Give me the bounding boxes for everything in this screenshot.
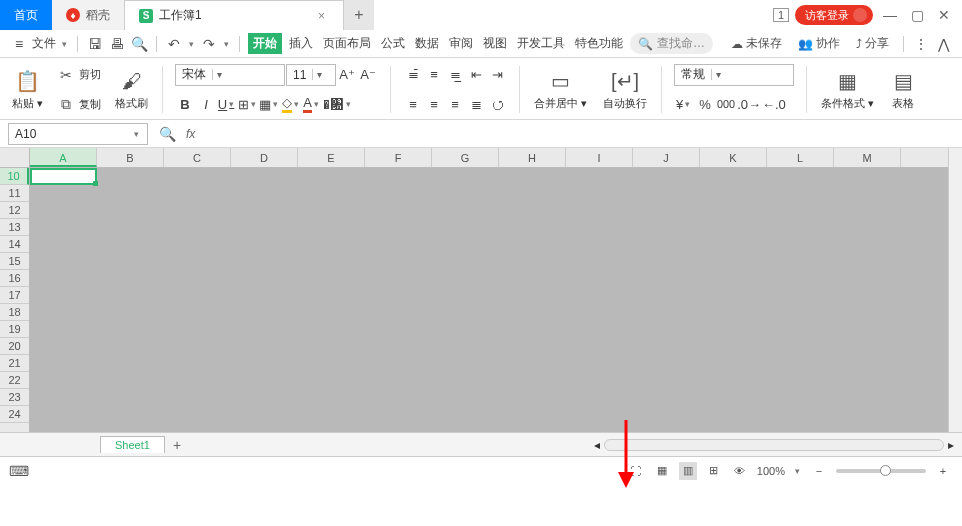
eye-icon[interactable]: 👁 (731, 462, 749, 480)
col-header[interactable]: F (365, 148, 432, 167)
borders-button[interactable]: ⊞▾ (238, 93, 258, 115)
dec-decimal-button[interactable]: ←.0 (762, 93, 786, 115)
menu-icon[interactable]: ≡ (10, 35, 28, 53)
col-header[interactable]: D (231, 148, 298, 167)
col-header[interactable]: K (700, 148, 767, 167)
currency-button[interactable]: ¥▾ (674, 93, 694, 115)
normal-view-icon[interactable]: ▦ (653, 462, 671, 480)
page-layout-icon[interactable]: ▥ (679, 462, 697, 480)
col-header[interactable]: L (767, 148, 834, 167)
new-tab-button[interactable]: + (344, 0, 374, 30)
save-icon[interactable]: 🖫 (86, 35, 104, 53)
merge-center-button[interactable]: ▭合并居中 ▾ (530, 60, 591, 119)
zoom-value[interactable]: 100% (757, 465, 785, 477)
align-middle-button[interactable]: ≡ (424, 64, 444, 86)
row-header[interactable]: 13 (0, 219, 29, 236)
fill-color-button[interactable]: ◇▾ (281, 93, 301, 115)
underline-button[interactable]: U▾ (217, 93, 237, 115)
cancel-fx-icon[interactable]: 🔍 (158, 125, 176, 143)
align-left-button[interactable]: ≡ (403, 93, 423, 115)
row-header[interactable]: 24 (0, 406, 29, 423)
row-header[interactable]: 22 (0, 372, 29, 389)
cut-button[interactable]: ✂剪切 (57, 65, 101, 85)
align-center-button[interactable]: ≡ (424, 93, 444, 115)
row-header[interactable]: 19 (0, 321, 29, 338)
zoom-in-button[interactable]: + (934, 462, 952, 480)
tab-start[interactable]: 开始 (248, 33, 282, 54)
tab-view[interactable]: 视图 (480, 33, 510, 54)
name-box[interactable]: A10▾ (8, 123, 148, 145)
row-header[interactable]: 10 (0, 168, 29, 185)
scroll-left-icon[interactable]: ◂ (594, 438, 600, 452)
col-header[interactable]: M (834, 148, 901, 167)
cond-format-button[interactable]: ▦条件格式 ▾ (817, 60, 878, 119)
format-painter-button[interactable]: 🖌格式刷 (111, 60, 152, 119)
row-header[interactable]: 17 (0, 287, 29, 304)
zoom-slider[interactable] (836, 469, 926, 473)
col-header[interactable]: G (432, 148, 499, 167)
more-icon[interactable]: ⋮ (912, 35, 930, 53)
close-tab-icon[interactable]: × (314, 9, 329, 23)
status-icon[interactable]: ⌨ (10, 462, 28, 480)
tab-formula[interactable]: 公式 (378, 33, 408, 54)
grow-font-button[interactable]: A⁺ (337, 64, 357, 86)
row-header[interactable]: 18 (0, 304, 29, 321)
bold-button[interactable]: B (175, 93, 195, 115)
inc-decimal-button[interactable]: .0→ (737, 93, 761, 115)
col-header[interactable]: J (633, 148, 700, 167)
col-header[interactable]: I (566, 148, 633, 167)
row-header[interactable]: 12 (0, 202, 29, 219)
tab-workbook[interactable]: S 工作簿1 × (124, 0, 344, 30)
command-search[interactable]: 🔍查找命… (630, 33, 713, 54)
vertical-scrollbar[interactable] (948, 148, 962, 432)
share-button[interactable]: ⤴分享 (850, 35, 895, 52)
scroll-right-icon[interactable]: ▸ (948, 438, 954, 452)
comma-button[interactable]: 000 (716, 93, 736, 115)
row-header[interactable]: 23 (0, 389, 29, 406)
formula-input[interactable] (205, 123, 954, 145)
select-all-corner[interactable] (0, 148, 30, 168)
col-header[interactable]: E (298, 148, 365, 167)
table-format-button[interactable]: ▤表格 (886, 60, 920, 119)
login-button[interactable]: 访客登录 (795, 5, 873, 25)
align-bottom-button[interactable]: ≡̲ (445, 64, 465, 86)
clear-format-button[interactable]: �঺▾ (323, 93, 353, 115)
col-header[interactable]: A (30, 148, 97, 167)
tab-pagelayout[interactable]: 页面布局 (320, 33, 374, 54)
tab-devtools[interactable]: 开发工具 (514, 33, 568, 54)
cells-area[interactable] (30, 168, 948, 432)
percent-button[interactable]: % (695, 93, 715, 115)
row-header[interactable]: 14 (0, 236, 29, 253)
window-number[interactable]: 1 (773, 8, 789, 22)
collapse-ribbon-icon[interactable]: ⋀ (934, 35, 952, 53)
sheet-tab[interactable]: Sheet1 (100, 436, 165, 453)
close-window-button[interactable]: ✕ (934, 7, 954, 23)
fx-icon[interactable]: fx (186, 127, 195, 141)
coop-button[interactable]: 👥协作 (792, 35, 846, 52)
size-combo[interactable]: 11▾ (286, 64, 336, 86)
tab-special[interactable]: 特色功能 (572, 33, 626, 54)
number-format-combo[interactable]: 常规▾ (674, 64, 794, 86)
indent-right-button[interactable]: ⇥ (487, 64, 507, 86)
col-header[interactable]: H (499, 148, 566, 167)
align-right-button[interactable]: ≡ (445, 93, 465, 115)
page-break-icon[interactable]: ⊞ (705, 462, 723, 480)
indent-left-button[interactable]: ⇤ (466, 64, 486, 86)
align-top-button[interactable]: ≡̄ (403, 64, 423, 86)
row-header[interactable]: 21 (0, 355, 29, 372)
paste-button[interactable]: 📋粘贴 ▾ (8, 60, 47, 119)
unsaved-button[interactable]: ☁未保存 (725, 35, 788, 52)
row-header[interactable]: 11 (0, 185, 29, 202)
fill-pattern-button[interactable]: ▦▾ (259, 93, 280, 115)
fullscreen-icon[interactable]: ⛶ (627, 462, 645, 480)
minimize-button[interactable]: — (879, 7, 901, 23)
font-color-button[interactable]: A▾ (302, 93, 322, 115)
orientation-button[interactable]: ⭯ (487, 93, 507, 115)
tab-shell[interactable]: ♦稻壳 (52, 0, 124, 30)
row-header[interactable]: 15 (0, 253, 29, 270)
col-header[interactable]: B (97, 148, 164, 167)
undo-icon[interactable]: ↶ (165, 35, 183, 53)
row-header[interactable]: 16 (0, 270, 29, 287)
preview-icon[interactable]: 🔍 (130, 35, 148, 53)
italic-button[interactable]: I (196, 93, 216, 115)
